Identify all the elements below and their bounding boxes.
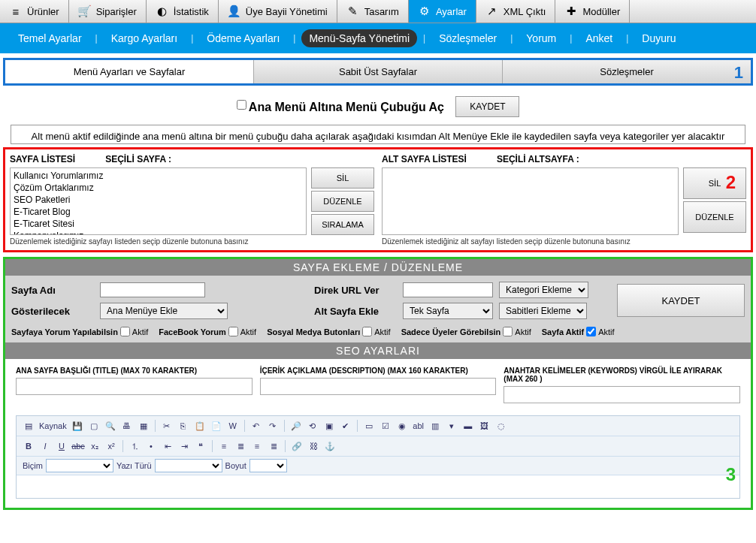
subpage-list-select[interactable] xyxy=(382,167,679,235)
indent-icon[interactable]: ⇥ xyxy=(177,439,192,454)
bold-icon[interactable]: B xyxy=(21,439,36,454)
form-save-button[interactable]: KAYDET xyxy=(617,284,745,317)
editor-content[interactable] xyxy=(17,475,739,498)
textarea-icon[interactable]: ▥ xyxy=(428,418,443,433)
align-center-icon[interactable]: ≣ xyxy=(233,439,248,454)
gosterilecek-select[interactable]: Ana Menüye Ekle xyxy=(100,303,228,319)
radio-icon[interactable]: ◉ xyxy=(395,418,410,433)
subscript-icon[interactable]: x₂ xyxy=(87,439,102,454)
tab-2[interactable]: Sözleşmeler xyxy=(503,60,751,83)
strike-icon[interactable]: abc xyxy=(71,439,86,454)
template-icon[interactable]: ▦ xyxy=(136,418,151,433)
bullist-icon[interactable]: • xyxy=(144,439,159,454)
si̇l-button[interactable]: SİL xyxy=(311,167,374,189)
list-item[interactable]: E-Ticaret Blog xyxy=(12,206,304,218)
tab-1[interactable]: Sabit Üst Sayfalar xyxy=(254,60,503,83)
topmenu-üye bayii yönetimi[interactable]: 👤Üye Bayii Yönetimi xyxy=(219,0,337,23)
seo-input[interactable] xyxy=(503,386,740,403)
kategori-select[interactable]: Kategori Ekleme xyxy=(499,282,588,298)
superscript-icon[interactable]: x² xyxy=(104,439,119,454)
preview-icon[interactable]: 🔍 xyxy=(103,418,118,433)
subnav-0[interactable]: Temel Ayarlar xyxy=(11,29,89,47)
chk-input[interactable] xyxy=(362,327,372,336)
list-item[interactable]: SEO Paketleri xyxy=(12,194,304,206)
undo-icon[interactable]: ↶ xyxy=(249,418,264,433)
size-select[interactable] xyxy=(249,459,287,472)
chk-Sosyal Medya Butonları: Sosyal Medya Butonları Aktif xyxy=(267,327,391,336)
topmenu-modüller[interactable]: ✚Modüller xyxy=(555,0,630,23)
menu-bar-checkbox[interactable] xyxy=(237,100,246,110)
list-item[interactable]: Kullanıcı Yorumlarımız xyxy=(12,170,304,182)
form-icon[interactable]: ▭ xyxy=(361,418,376,433)
topmenu-ayarlar[interactable]: ⚙Ayarlar xyxy=(409,0,476,23)
paste-text-icon[interactable]: 📄 xyxy=(209,418,224,433)
menu-bar-toggle-row: Ana Menü Altına Menü Çubuğu Aç KAYDET xyxy=(0,86,756,125)
si̇l-button[interactable]: SİL xyxy=(683,167,746,199)
hidden-icon[interactable]: ◌ xyxy=(494,418,509,433)
tab-0[interactable]: Menü Ayarları ve Sayfalar xyxy=(5,60,254,83)
underline-icon[interactable]: U xyxy=(54,439,69,454)
save-icon[interactable]: 💾 xyxy=(70,418,85,433)
find-icon[interactable]: 🔎 xyxy=(289,418,304,433)
replace-icon[interactable]: ⟲ xyxy=(305,418,320,433)
siralama-button[interactable]: SIRALAMA xyxy=(311,214,374,235)
newpage-icon[interactable]: ▢ xyxy=(86,418,101,433)
düzenle-button[interactable]: DÜZENLE xyxy=(683,201,746,233)
topmenu-i̇statistik[interactable]: ◐İstatistik xyxy=(147,0,219,23)
outdent-icon[interactable]: ⇤ xyxy=(160,439,175,454)
topmenu-tasarım[interactable]: ✎Tasarım xyxy=(337,0,409,23)
düzenle-button[interactable]: DÜZENLE xyxy=(311,191,374,212)
chk-input[interactable] xyxy=(586,327,596,336)
cut-icon[interactable]: ✂ xyxy=(159,418,174,433)
save-button[interactable]: KAYDET xyxy=(455,96,519,117)
chk-input[interactable] xyxy=(503,327,513,336)
alt-sayfa-select[interactable]: Tek Sayfa xyxy=(403,303,493,319)
blockquote-icon[interactable]: ❝ xyxy=(193,439,208,454)
chk-input[interactable] xyxy=(120,327,130,336)
align-left-icon[interactable]: ≡ xyxy=(216,439,231,454)
align-justify-icon[interactable]: ≣ xyxy=(266,439,281,454)
selectall-icon[interactable]: ▣ xyxy=(322,418,337,433)
topmenu-siparişler[interactable]: 🛒Siparişler xyxy=(69,0,147,23)
source-label[interactable]: Kaynak xyxy=(39,421,67,430)
button-icon[interactable]: ▬ xyxy=(461,418,476,433)
subnav-4[interactable]: Sözleşmeler xyxy=(431,29,504,47)
list-item[interactable]: E-Ticaret Sitesi xyxy=(12,218,304,230)
subnav-5[interactable]: Yorum xyxy=(519,29,564,47)
subnav-1[interactable]: Kargo Ayarları xyxy=(104,29,185,47)
textfield-icon[interactable]: abl xyxy=(411,418,426,433)
spellcheck-icon[interactable]: ✔ xyxy=(338,418,353,433)
subnav-6[interactable]: Anket xyxy=(578,29,620,47)
topmenu-xml çıktı[interactable]: ↗XML Çıktı xyxy=(476,0,556,23)
page-list-select[interactable]: Kullanıcı YorumlarımızÇözüm Ortaklarımız… xyxy=(10,167,307,235)
seo-input[interactable] xyxy=(260,378,497,395)
seo-input[interactable] xyxy=(16,378,253,395)
list-item[interactable]: Çözüm Ortaklarımız xyxy=(12,182,304,194)
italic-icon[interactable]: I xyxy=(38,439,53,454)
link-icon[interactable]: 🔗 xyxy=(289,439,304,454)
numlist-icon[interactable]: ⒈ xyxy=(127,439,142,454)
checkbox-icon[interactable]: ☑ xyxy=(378,418,393,433)
font-select[interactable] xyxy=(155,459,222,472)
sabitleri-select[interactable]: Sabitleri Ekleme xyxy=(499,303,587,319)
list-item[interactable]: Kampanyalarımız xyxy=(12,230,304,235)
format-select[interactable] xyxy=(46,459,113,472)
redo-icon[interactable]: ↷ xyxy=(265,418,280,433)
select-icon[interactable]: ▾ xyxy=(444,418,459,433)
copy-icon[interactable]: ⎘ xyxy=(176,418,191,433)
topmenu-ürünler[interactable]: ≡Ürünler xyxy=(0,0,69,23)
print-icon[interactable]: 🖶 xyxy=(119,418,135,433)
image-button-icon[interactable]: 🖼 xyxy=(477,418,492,433)
subnav-7[interactable]: Duyuru xyxy=(634,29,683,47)
anchor-icon[interactable]: ⚓ xyxy=(322,439,337,454)
direk-url-input[interactable] xyxy=(403,282,493,297)
source-icon[interactable]: ▤ xyxy=(21,418,36,433)
unlink-icon[interactable]: ⛓ xyxy=(306,439,321,454)
paste-word-icon[interactable]: W xyxy=(225,418,240,433)
subnav-3[interactable]: Menü-Sayfa Yönetimi xyxy=(301,29,417,47)
align-right-icon[interactable]: ≡ xyxy=(249,439,265,454)
paste-icon[interactable]: 📋 xyxy=(192,418,207,433)
chk-input[interactable] xyxy=(228,327,238,336)
sayfa-adi-input[interactable] xyxy=(100,282,205,297)
subnav-2[interactable]: Ödeme Ayarları xyxy=(199,29,287,47)
